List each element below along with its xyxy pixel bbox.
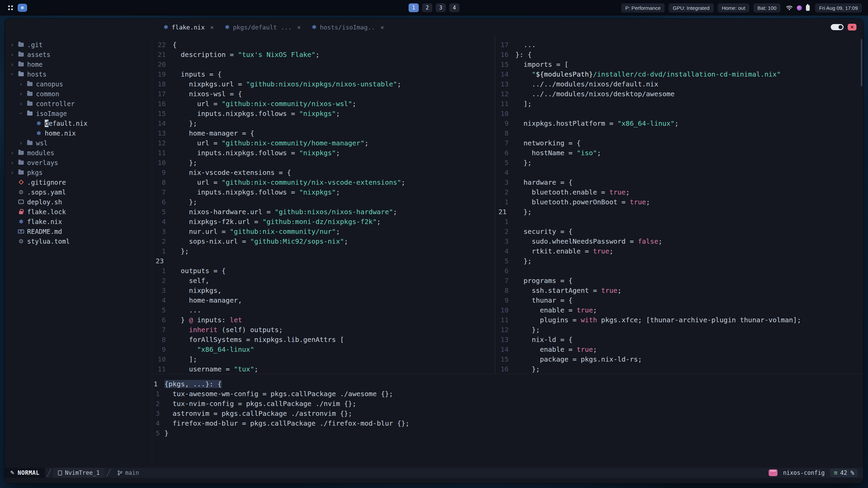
iso-line[interactable]: 7 programs = { xyxy=(495,276,863,285)
iso-line[interactable]: 11 plugins = with pkgs.xfce; [thunar-arc… xyxy=(495,315,863,325)
flake-line[interactable]: 19 inputs = { xyxy=(152,69,495,79)
iso-line[interactable]: 13 nix-ld = { xyxy=(495,334,863,344)
iso-line[interactable]: 16 }; xyxy=(495,364,863,374)
iso-line[interactable]: 3 sudo.wheelNeedsPassword = false; xyxy=(495,236,863,246)
iso-line[interactable]: 1 bluetooth.powerOnBoot = true; xyxy=(495,197,863,207)
tree-item-flake.nix[interactable]: flake.nix xyxy=(5,217,152,226)
iso-line[interactable]: 6 xyxy=(495,266,863,276)
flake-line[interactable]: 13 home-manager = { xyxy=(152,128,495,138)
flake-line[interactable]: 9 "x86_64-linux" xyxy=(152,344,495,354)
tree-item-readme.md[interactable]: README.md xyxy=(5,226,152,236)
flake-line[interactable]: 10 ]; xyxy=(152,354,495,364)
flake-line[interactable]: 22{ xyxy=(152,40,495,49)
flake-line[interactable]: 17 nixos-wsl = { xyxy=(152,89,495,99)
flake-line[interactable]: 4 home-manager, xyxy=(152,295,495,305)
iso-line[interactable]: 11 ]; xyxy=(495,99,863,108)
tree-item-isoimage[interactable]: ›isoImage xyxy=(5,108,152,118)
iso-line[interactable]: 5 }; xyxy=(495,256,863,266)
status-dot-icon[interactable] xyxy=(797,5,802,11)
workspace-2[interactable]: 2 xyxy=(422,3,432,12)
iso-line[interactable]: 2 bluetooth.enable = true; xyxy=(495,187,863,197)
pkgs-line[interactable]: 1{pkgs, ...}: { xyxy=(152,379,863,389)
iso-line[interactable]: 10 xyxy=(495,108,863,118)
iso-line[interactable]: 3 hardware = { xyxy=(495,177,863,187)
launcher-badge-icon[interactable] xyxy=(18,4,27,12)
pkgs-line[interactable]: 1 tux-awesome-wm-config = pkgs.callPacka… xyxy=(152,389,863,399)
flake-line[interactable]: 5 nixos-hardware.url = "github:nixos/nix… xyxy=(152,207,495,217)
iso-line[interactable]: 21 }; xyxy=(495,207,863,217)
flake-line[interactable]: 9 nix-vscode-extensions = { xyxy=(152,167,495,177)
flake-line[interactable]: 16 url = "github:nix-community/nixos-wsl… xyxy=(152,99,495,108)
iso-line[interactable]: 14 enable = true; xyxy=(495,344,863,354)
iso-line[interactable]: 7 networking = { xyxy=(495,138,863,148)
iso-line[interactable]: 2 security = { xyxy=(495,226,863,236)
flake-line[interactable]: 11 username = "tux"; xyxy=(152,364,495,374)
tree-item-.gitignore[interactable]: .gitignore xyxy=(5,177,152,187)
tree-item-.git[interactable]: ›.git xyxy=(5,40,152,49)
tree-item-.sops.yaml[interactable]: .sops.yaml xyxy=(5,187,152,197)
flake-line[interactable]: 8 url = "github:nix-community/nix-vscode… xyxy=(152,177,495,187)
flake-line[interactable]: 8 forAllSystems = nixpkgs.lib.genAttrs [ xyxy=(152,334,495,344)
tab-close-icon[interactable]: × xyxy=(297,24,301,31)
iso-line[interactable]: 4 rtkit.enable = true; xyxy=(495,246,863,256)
flake-line[interactable]: 7 inputs.nixpkgs.follows = "nixpkgs"; xyxy=(152,187,495,197)
pkgs-line[interactable]: 5} xyxy=(152,428,863,438)
iso-line[interactable]: 5 }; xyxy=(495,158,863,167)
window-close-button[interactable]: × xyxy=(848,24,856,30)
apps-grid-icon[interactable] xyxy=(8,5,13,10)
workspace-3[interactable]: 3 xyxy=(436,3,446,12)
wifi-icon[interactable] xyxy=(786,5,793,11)
tree-item-stylua.toml[interactable]: stylua.toml xyxy=(5,236,152,246)
iso-line[interactable]: 10 enable = true; xyxy=(495,305,863,315)
tab-close-icon[interactable]: × xyxy=(210,24,214,31)
tab-close-icon[interactable]: × xyxy=(380,24,384,31)
tree-item-deploy.sh[interactable]: deploy.sh xyxy=(5,197,152,207)
flake-line[interactable]: 2 sops-nix.url = "github:Mic92/sops-nix"… xyxy=(152,236,495,246)
flake-line[interactable]: 15 inputs.nixpkgs.follows = "nixpkgs"; xyxy=(152,108,495,118)
flake-line[interactable]: 14 }; xyxy=(152,118,495,128)
flake-line[interactable]: 3 nixpkgs, xyxy=(152,285,495,295)
iso-line[interactable]: 8 ssh.startAgent = true; xyxy=(495,285,863,295)
workspace-1[interactable]: 1 xyxy=(409,3,419,12)
tree-item-overlays[interactable]: ›overlays xyxy=(5,158,152,167)
flake-line[interactable]: 20 xyxy=(152,59,495,69)
tab-flake.nix[interactable]: flake.nix× xyxy=(158,19,219,36)
pkgs-line[interactable]: 4 firefox-mod-blur = pkgs.callPackage ./… xyxy=(152,418,863,428)
flake-line[interactable]: 23 xyxy=(152,256,495,266)
iso-line[interactable]: 15 imports = [ xyxy=(495,59,863,69)
tree-item-controller[interactable]: ›controller xyxy=(5,99,152,108)
iso-line[interactable]: 15 package = pkgs.nix-ld-rs; xyxy=(495,354,863,364)
pkgs-line[interactable]: 2 tux-nvim-config = pkgs.callPackage ./n… xyxy=(152,399,863,408)
flake-line[interactable]: 6 }; xyxy=(152,197,495,207)
iso-line[interactable]: 14 "${modulesPath}/installer/cd-dvd/inst… xyxy=(495,69,863,79)
flake-line[interactable]: 7 inherit (self) outputs; xyxy=(152,325,495,334)
iso-line[interactable]: 1 xyxy=(495,217,863,226)
iso-line[interactable]: 13 ../../modules/nixos/default.nix xyxy=(495,79,863,89)
tree-item-home[interactable]: ›home xyxy=(5,59,152,69)
tree-item-flake.lock[interactable]: flake.lock xyxy=(5,207,152,217)
tab-pkgs-default-...[interactable]: pkgs/default ...× xyxy=(219,19,306,36)
tree-item-default.nix[interactable]: default.nix xyxy=(5,118,152,128)
flake-line[interactable]: 18 nixpkgs.url = "github:nixos/nixpkgs/n… xyxy=(152,79,495,89)
flake-line[interactable]: 21 description = "tux's NixOS Flake"; xyxy=(152,49,495,59)
iso-line[interactable]: 12 ../../modules/nixos/desktop/awesome xyxy=(495,89,863,99)
tree-item-assets[interactable]: ›assets xyxy=(5,49,152,59)
iso-line[interactable]: 12 }; xyxy=(495,325,863,334)
iso-line[interactable]: 16}: { xyxy=(495,49,863,59)
iso-line[interactable]: 6 hostName = "iso"; xyxy=(495,148,863,158)
tree-item-hosts[interactable]: ›hosts xyxy=(5,69,152,79)
flake-line[interactable]: 5 ... xyxy=(152,305,495,315)
tree-item-common[interactable]: ›common xyxy=(5,89,152,99)
flake-line[interactable]: 11 inputs.nixpkgs.follows = "nixpkgs"; xyxy=(152,148,495,158)
iso-line[interactable]: 17 ... xyxy=(495,40,863,49)
battery-icon[interactable] xyxy=(806,5,810,11)
iso-line[interactable]: 4 xyxy=(495,167,863,177)
flake-line[interactable]: 4 nixpkgs-f2k.url = "github:moni-dz/nixp… xyxy=(152,217,495,226)
tree-item-wsl[interactable]: ›wsl xyxy=(5,138,152,148)
pkgs-line[interactable]: 3 astronvim = pkgs.callPackage ./astronv… xyxy=(152,408,863,418)
iso-line[interactable]: 9 thunar = { xyxy=(495,295,863,305)
iso-line[interactable]: 9 nixpkgs.hostPlatform = "x86_64-linux"; xyxy=(495,118,863,128)
tab-hosts-isoimag..[interactable]: hosts/isoImag..× xyxy=(306,19,390,36)
tree-item-home.nix[interactable]: home.nix xyxy=(5,128,152,138)
workspace-4[interactable]: 4 xyxy=(449,3,459,12)
